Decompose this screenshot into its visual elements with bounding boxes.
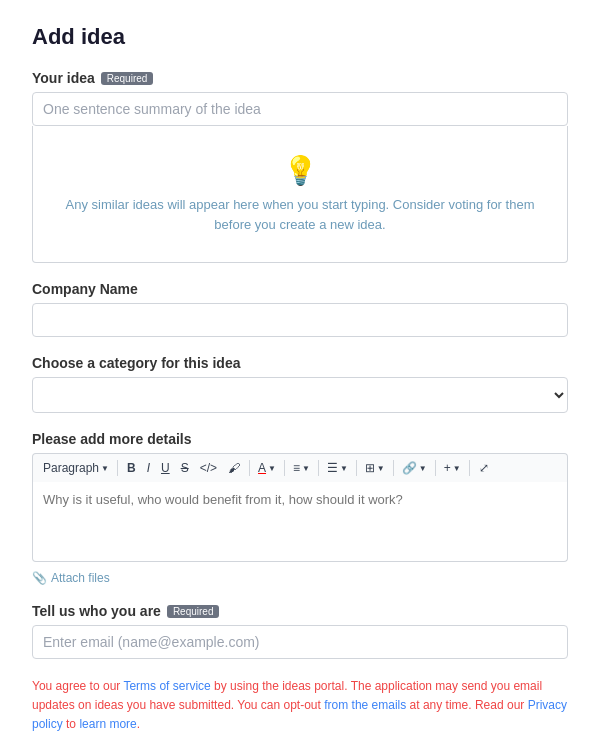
- company-name-label: Company Name: [32, 281, 568, 297]
- terms-text-1: You agree to our: [32, 679, 123, 693]
- code-button[interactable]: </>: [195, 458, 222, 478]
- underline-button[interactable]: U: [156, 458, 175, 478]
- link-dropdown[interactable]: 🔗 ▼: [398, 458, 431, 478]
- editor-toolbar: Paragraph ▼ B I U S </> 🖌 A ▼ ≡ ▼: [32, 453, 568, 482]
- font-color-label: A: [258, 461, 266, 475]
- divider-7: [435, 460, 436, 476]
- paperclip-icon: 📎: [32, 571, 47, 585]
- fullscreen-icon: ⤢: [479, 461, 489, 475]
- company-name-input[interactable]: [32, 303, 568, 337]
- category-field: Choose a category for this idea: [32, 355, 568, 413]
- divider-5: [356, 460, 357, 476]
- your-idea-label: Your idea Required: [32, 70, 568, 86]
- strikethrough-button[interactable]: S: [176, 458, 194, 478]
- required-badge: Required: [101, 72, 154, 85]
- paragraph-dropdown[interactable]: Paragraph ▼: [39, 458, 113, 478]
- details-textarea[interactable]: [32, 482, 568, 562]
- align-dropdown[interactable]: ≡ ▼: [289, 458, 314, 478]
- highlight-button[interactable]: 🖌: [223, 458, 245, 478]
- email-required-badge: Required: [167, 605, 220, 618]
- similar-ideas-box: 💡 Any similar ideas will appear here whe…: [32, 126, 568, 263]
- link-chevron-icon: ▼: [419, 464, 427, 473]
- table-section: ⊞ ▼: [361, 458, 389, 478]
- add-chevron-icon: ▼: [453, 464, 461, 473]
- link-section: 🔗 ▼: [398, 458, 431, 478]
- fullscreen-button[interactable]: ⤢: [474, 458, 494, 478]
- page-title: Add idea: [32, 24, 568, 50]
- details-field: Please add more details Paragraph ▼ B I …: [32, 431, 568, 585]
- add-dropdown[interactable]: + ▼: [440, 458, 465, 478]
- align-icon: ≡: [293, 461, 300, 475]
- terms-of-service-link[interactable]: Terms of service: [123, 679, 210, 693]
- similar-ideas-text: Any similar ideas will appear here when …: [49, 195, 551, 234]
- color-section: A ▼: [254, 458, 280, 478]
- list-section: ☰ ▼: [323, 458, 352, 478]
- italic-button[interactable]: I: [142, 458, 155, 478]
- email-label: Tell us who you are Required: [32, 603, 568, 619]
- divider-2: [249, 460, 250, 476]
- highlight-icon: 🖌: [228, 461, 240, 475]
- paragraph-chevron-icon: ▼: [101, 464, 109, 473]
- font-color-chevron-icon: ▼: [268, 464, 276, 473]
- list-chevron-icon: ▼: [340, 464, 348, 473]
- attach-files-button[interactable]: 📎 Attach files: [32, 571, 568, 585]
- divider-3: [284, 460, 285, 476]
- divider-6: [393, 460, 394, 476]
- divider-1: [117, 460, 118, 476]
- terms-text: You agree to our Terms of service by usi…: [32, 677, 568, 733]
- format-section: B I U S </> 🖌: [122, 458, 245, 478]
- bold-button[interactable]: B: [122, 458, 141, 478]
- add-section: + ▼: [440, 458, 465, 478]
- list-icon: ☰: [327, 461, 338, 475]
- your-idea-field: Your idea Required 💡 Any similar ideas w…: [32, 70, 568, 263]
- table-icon: ⊞: [365, 461, 375, 475]
- details-label: Please add more details: [32, 431, 568, 447]
- align-chevron-icon: ▼: [302, 464, 310, 473]
- email-field: Tell us who you are Required: [32, 603, 568, 659]
- email-input[interactable]: [32, 625, 568, 659]
- terms-text-3: at any time. Read our: [406, 698, 527, 712]
- align-section: ≡ ▼: [289, 458, 314, 478]
- font-color-dropdown[interactable]: A ▼: [254, 458, 280, 478]
- terms-text-4: to: [63, 717, 80, 731]
- list-dropdown[interactable]: ☰ ▼: [323, 458, 352, 478]
- category-label: Choose a category for this idea: [32, 355, 568, 371]
- paragraph-section: Paragraph ▼: [39, 458, 113, 478]
- divider-8: [469, 460, 470, 476]
- add-icon: +: [444, 461, 451, 475]
- learn-more-link[interactable]: learn more: [79, 717, 136, 731]
- table-dropdown[interactable]: ⊞ ▼: [361, 458, 389, 478]
- opt-out-link[interactable]: from the emails: [324, 698, 406, 712]
- terms-text-5: .: [137, 717, 140, 731]
- table-chevron-icon: ▼: [377, 464, 385, 473]
- company-name-field: Company Name: [32, 281, 568, 337]
- bulb-icon: 💡: [49, 154, 551, 187]
- divider-4: [318, 460, 319, 476]
- your-idea-input[interactable]: [32, 92, 568, 126]
- link-icon: 🔗: [402, 461, 417, 475]
- category-select[interactable]: [32, 377, 568, 413]
